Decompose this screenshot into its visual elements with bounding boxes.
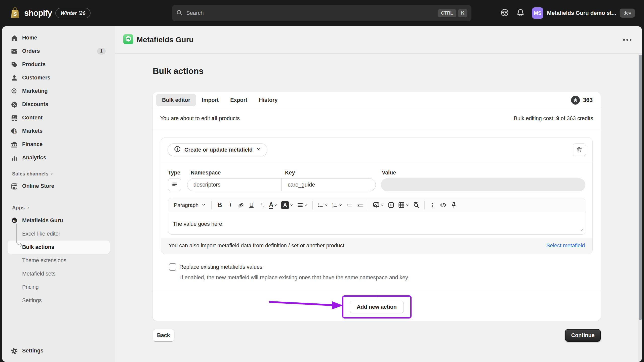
credits-count: 363 bbox=[583, 97, 593, 104]
sidebar-item-products[interactable]: Products bbox=[8, 58, 110, 71]
shopify-logo[interactable]: S shopify bbox=[10, 7, 52, 20]
code-view-button[interactable] bbox=[438, 200, 448, 210]
type-select-button[interactable] bbox=[168, 178, 181, 191]
sidebar-item-content[interactable]: Content bbox=[8, 111, 110, 124]
add-new-action-button[interactable]: Add new action bbox=[350, 301, 404, 313]
shopify-bag-icon: S bbox=[10, 7, 21, 20]
sidebar-item-settings[interactable]: Settings bbox=[8, 344, 110, 357]
find-replace-button[interactable] bbox=[411, 200, 421, 210]
store-avatar: MS bbox=[532, 7, 543, 19]
replace-checkbox[interactable] bbox=[169, 263, 176, 271]
sidekick-icon[interactable] bbox=[500, 8, 509, 18]
chevron-right-icon: › bbox=[51, 170, 53, 177]
sidebar-item-finance[interactable]: Finance bbox=[8, 138, 110, 151]
bold-button[interactable]: B bbox=[215, 200, 225, 210]
numbered-list-button[interactable]: 12 bbox=[330, 200, 344, 210]
metafields-guru-app-icon: M bbox=[11, 217, 18, 224]
apps-header[interactable]: Apps › bbox=[8, 204, 110, 211]
highlight-color-button[interactable]: A bbox=[279, 200, 295, 210]
text-color-button[interactable]: A bbox=[268, 200, 279, 210]
insert-table-button[interactable] bbox=[396, 200, 411, 210]
top-bar: S shopify Winter '26 Search CTRL K bbox=[0, 0, 644, 26]
editor-content[interactable]: The value goes here. bbox=[168, 212, 585, 234]
credits-indicator[interactable]: 363 bbox=[571, 96, 593, 105]
sidebar-item-orders[interactable]: Orders 1 bbox=[8, 44, 110, 58]
sales-channels-header[interactable]: Sales channels › bbox=[8, 170, 110, 177]
store-menu[interactable]: MS Metafields Guru demo st... dev bbox=[532, 7, 635, 19]
sidebar-subitem-theme-extensions[interactable]: Theme extensions bbox=[8, 254, 110, 267]
search-input[interactable]: Search CTRL K bbox=[172, 5, 471, 21]
clear-formatting-button[interactable]: Tx bbox=[257, 200, 267, 210]
tab-bulk-editor[interactable]: Bulk editor bbox=[156, 94, 196, 106]
sidebar-item-label: Customers bbox=[22, 75, 50, 81]
env-badge: dev bbox=[620, 9, 635, 18]
release-badge: Winter '26 bbox=[55, 8, 90, 18]
insert-video-button[interactable] bbox=[386, 200, 396, 210]
tab-export[interactable]: Export bbox=[224, 94, 253, 106]
sidebar-subitem-metafield-sets[interactable]: Metafield sets bbox=[8, 267, 110, 281]
orders-icon bbox=[11, 48, 18, 55]
products-tag-icon bbox=[11, 61, 18, 68]
continue-button[interactable]: Continue bbox=[565, 329, 601, 342]
markets-globe-icon: $ bbox=[11, 127, 18, 135]
app-frame: Home Orders 1 Products Customers Marketi… bbox=[2, 26, 642, 362]
scrollbar-track[interactable] bbox=[638, 54, 642, 362]
page-title: Metafields Guru bbox=[137, 35, 194, 44]
sidebar-subitem-settings[interactable]: Settings bbox=[8, 294, 110, 307]
resize-handle[interactable] bbox=[580, 227, 583, 233]
key-label: Key bbox=[281, 170, 295, 175]
tab-history[interactable]: History bbox=[253, 94, 283, 106]
namespace-input[interactable]: descriptors bbox=[187, 178, 281, 191]
sidebar-item-customers[interactable]: Customers bbox=[8, 71, 110, 84]
scrollbar-thumb[interactable] bbox=[639, 55, 642, 320]
sidebar-item-label: Settings bbox=[22, 348, 44, 354]
value-input[interactable] bbox=[381, 178, 585, 191]
underline-button[interactable]: U bbox=[247, 200, 257, 210]
cost-note: Bulk editing cost: 9 of 363 credits bbox=[514, 115, 593, 122]
key-input[interactable]: care_guide bbox=[281, 178, 376, 191]
block-format-select[interactable]: Paragraph bbox=[171, 200, 208, 210]
italic-button[interactable]: I bbox=[225, 200, 235, 210]
tab-import[interactable]: Import bbox=[196, 94, 224, 106]
select-metafield-link[interactable]: Select metafield bbox=[546, 243, 585, 249]
svg-text:2: 2 bbox=[332, 205, 333, 208]
sidebar-item-label: Discounts bbox=[22, 101, 48, 108]
delete-action-button[interactable] bbox=[573, 143, 586, 156]
search-shortcut: CTRL K bbox=[438, 9, 467, 17]
shopify-wordmark: shopify bbox=[24, 8, 52, 18]
outdent-button[interactable] bbox=[344, 200, 354, 210]
insert-image-button[interactable] bbox=[371, 200, 385, 210]
more-options-icon[interactable] bbox=[621, 36, 634, 43]
sidebar-item-markets[interactable]: $ Markets bbox=[8, 124, 110, 138]
sidebar-item-analytics[interactable]: Analytics bbox=[8, 151, 110, 164]
sidebar-item-discounts[interactable]: Discounts bbox=[8, 98, 110, 111]
link-icon[interactable] bbox=[236, 200, 246, 210]
orders-count-badge: 1 bbox=[97, 48, 106, 55]
sidebar-item-marketing[interactable]: Marketing bbox=[8, 84, 110, 98]
editor-toolbar: Paragraph B I U Tx A A bbox=[168, 198, 585, 212]
svg-text:M: M bbox=[13, 219, 16, 222]
online-store-icon bbox=[11, 183, 18, 190]
content-image-icon bbox=[11, 114, 18, 122]
indent-button[interactable] bbox=[355, 200, 365, 210]
edit-summary-row: You are about to edit all products Bulk … bbox=[153, 108, 601, 129]
sidebar-item-label: Products bbox=[22, 61, 46, 68]
chevron-right-icon: › bbox=[27, 204, 29, 211]
align-button[interactable] bbox=[295, 200, 309, 210]
sidebar-item-home[interactable]: Home bbox=[8, 31, 110, 44]
namespace-key-group: descriptors care_guide bbox=[187, 178, 376, 191]
action-type-label: Create or update metafield bbox=[184, 147, 253, 153]
bullet-list-button[interactable] bbox=[316, 200, 330, 210]
back-button[interactable]: Back bbox=[153, 329, 174, 342]
sidebar-item-online-store[interactable]: Online Store bbox=[8, 179, 110, 193]
more-options-icon[interactable] bbox=[428, 200, 438, 210]
import-hint-bar: You can also import metafield data from … bbox=[161, 238, 592, 254]
pin-toolbar-button[interactable] bbox=[449, 200, 459, 210]
ctrl-key-badge: CTRL bbox=[438, 9, 456, 17]
trash-icon bbox=[576, 146, 583, 154]
sidebar-subitem-pricing[interactable]: Pricing bbox=[8, 281, 110, 294]
action-type-select[interactable]: Create or update metafield bbox=[168, 143, 267, 156]
active-item-connector bbox=[14, 224, 24, 251]
notifications-bell-icon[interactable] bbox=[516, 8, 525, 18]
chevron-down-icon bbox=[202, 202, 206, 208]
